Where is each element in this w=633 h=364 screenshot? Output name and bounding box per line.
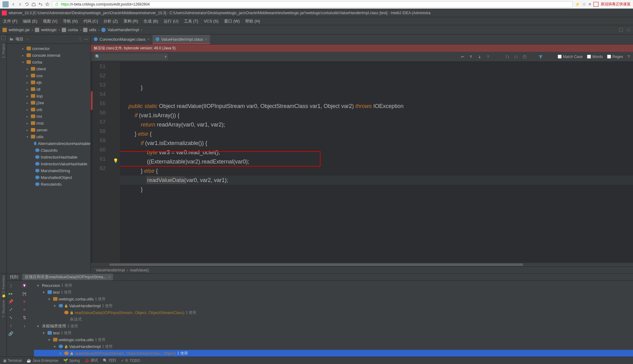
tree-row[interactable]: ▾corba bbox=[7, 59, 90, 65]
tree-row[interactable]: IndirectionValueHashtable bbox=[7, 160, 90, 167]
filter2-icon[interactable]: ▼ bbox=[22, 283, 27, 288]
editor-tab[interactable]: ConnectionManager.class× bbox=[91, 35, 153, 44]
menu-item[interactable]: 文件 (F) bbox=[3, 19, 17, 24]
chevron-down-icon[interactable] bbox=[25, 37, 30, 41]
structure-tool-label[interactable]: 7: Structure bbox=[2, 300, 5, 318]
collapse-icon[interactable]: ⤡ bbox=[8, 315, 14, 320]
editor-tab[interactable]: ValueHandlerImpl.class× bbox=[153, 35, 210, 44]
horizontal-scrollbar[interactable] bbox=[91, 263, 633, 267]
code-line[interactable]: } bbox=[120, 185, 633, 194]
star2-icon[interactable]: ☆ bbox=[582, 2, 586, 6]
tree-row[interactable]: ▸console.internal bbox=[7, 52, 90, 59]
code-line[interactable]: ((Externalizable)var2).readExternal(var0… bbox=[120, 157, 633, 166]
intention-bulb-icon[interactable]: 💡 bbox=[113, 158, 118, 163]
usage-row[interactable]: ▾未能编类使用 1 使用 bbox=[34, 323, 633, 329]
tree-row[interactable]: ▸server bbox=[7, 126, 90, 133]
newline-icon[interactable] bbox=[460, 55, 464, 59]
more-icon[interactable]: ⋮ bbox=[78, 37, 82, 41]
match-case-checkbox[interactable]: Match Case bbox=[558, 55, 583, 59]
preview-icon[interactable]: ≡ bbox=[22, 307, 27, 312]
usage-row[interactable]: 表达式 bbox=[34, 316, 633, 323]
usage-row[interactable]: ▾test 1 使用 bbox=[34, 289, 633, 296]
menu-item[interactable]: 代码 (C) bbox=[83, 19, 98, 24]
find-tab[interactable]: 在项目和库里readValueData(IIOPInputStrea... × bbox=[22, 274, 113, 280]
rerun-icon[interactable]: ▸▸ bbox=[8, 291, 14, 296]
filter-icon[interactable] bbox=[539, 55, 543, 59]
next-match-icon[interactable] bbox=[477, 55, 482, 59]
tree-row[interactable]: ▸rmi bbox=[7, 113, 90, 120]
code-line[interactable]: if (var1.isArray()) { bbox=[120, 111, 633, 120]
sort2-icon[interactable] bbox=[514, 55, 518, 59]
tree-row[interactable]: ▸connector bbox=[7, 45, 90, 52]
status-item[interactable]: 🌱 Spring bbox=[63, 358, 80, 363]
settings-icon[interactable]: ⋮ bbox=[8, 283, 14, 288]
usage-row[interactable]: ▾test 1 使用 bbox=[34, 329, 633, 336]
find-tree[interactable]: ▾Recursion 1 使用▾test 1 使用▾weblogic.corba… bbox=[34, 281, 633, 364]
code-line[interactable]: byte var3 = var0.read_octet(); bbox=[120, 148, 633, 157]
code-content[interactable]: } public static Object readValue(IIOPInp… bbox=[120, 62, 633, 263]
search-dropdown-icon[interactable]: ▾ bbox=[165, 54, 167, 59]
code-editor[interactable]: 515253545556575859606162 💡 } public stat… bbox=[91, 62, 633, 263]
settings-runner-icon[interactable] bbox=[626, 28, 631, 32]
tree-row[interactable]: ▾utils bbox=[7, 133, 90, 140]
hide-icon[interactable]: — bbox=[84, 37, 88, 41]
code-line[interactable]: return readArray(var0, var1, var2); bbox=[120, 120, 633, 129]
menu-item[interactable]: 分析 (Z) bbox=[103, 19, 118, 24]
close-tab-icon[interactable]: × bbox=[148, 37, 149, 41]
sort-icon[interactable] bbox=[505, 55, 509, 59]
close-tab-icon[interactable]: × bbox=[205, 37, 207, 41]
usage-row[interactable]: ▾🔒readValue(IIOPInputStream, ObjectStrea… bbox=[34, 350, 633, 357]
usage-row[interactable]: ▾🔒ValueHandlerImpl 1 使用 bbox=[34, 343, 633, 350]
menu-icon[interactable]: ≡ bbox=[589, 2, 591, 6]
menu-item[interactable]: 重构 (R) bbox=[124, 19, 138, 24]
code-line[interactable]: readValueData(var0, var2, var1); bbox=[120, 176, 633, 185]
undo-icon[interactable] bbox=[38, 2, 43, 6]
reload-icon[interactable] bbox=[25, 2, 29, 6]
code-line[interactable]: } else { bbox=[120, 166, 633, 176]
menu-item[interactable]: 窗口 (W) bbox=[224, 19, 240, 24]
tree-row[interactable]: MarshalledObject bbox=[7, 174, 90, 181]
usage-row[interactable]: ▾weblogic.corba.utils 1 使用 bbox=[34, 336, 633, 343]
tree-row[interactable]: RemoteInfo bbox=[7, 181, 90, 188]
menu-item[interactable]: 工具 (T) bbox=[184, 19, 198, 24]
tree-row[interactable]: ▸cos bbox=[7, 72, 90, 79]
tree-row[interactable]: MarshaledString bbox=[7, 167, 90, 174]
prev-icon[interactable]: ↑ bbox=[8, 323, 14, 328]
usage-row[interactable]: 🔒readValueData(IIOPInputStream, Object, … bbox=[34, 309, 633, 316]
regex-checkbox[interactable]: Regex bbox=[607, 55, 623, 59]
search-input[interactable] bbox=[94, 53, 168, 60]
code-line[interactable]: } else { bbox=[120, 129, 633, 139]
status-item[interactable]: ✓ 6: TODO bbox=[121, 358, 140, 363]
back-icon[interactable] bbox=[11, 2, 15, 6]
diff-icon[interactable]: ≡ bbox=[22, 299, 27, 304]
tree-row[interactable]: IndirectionHashtable bbox=[7, 154, 90, 160]
tree-row[interactable]: ▸client bbox=[7, 65, 90, 72]
tree-row[interactable]: ▸ejb bbox=[7, 79, 90, 86]
project-tree[interactable]: ▸connector▸console.internal▾corba▸client… bbox=[7, 44, 90, 273]
forward-icon[interactable] bbox=[18, 2, 22, 6]
status-item[interactable]: ☕ Java Enterprise bbox=[27, 358, 58, 363]
usage-row[interactable]: ▾🔒ValueHandlerImpl 1 使用 bbox=[34, 302, 633, 309]
words-checkbox[interactable]: Words bbox=[587, 55, 603, 59]
url-bar[interactable]: https://i-beta.cnblogs.com/posts/edit;po… bbox=[52, 1, 572, 7]
usage-row[interactable]: ▾weblogic.corba.utils 1 使用 bbox=[34, 296, 633, 302]
project-tool-icon[interactable] bbox=[1, 36, 6, 40]
menu-item[interactable]: 生成 (B) bbox=[144, 19, 158, 24]
tree-row[interactable]: ▸j2ee bbox=[7, 99, 90, 106]
link-icon[interactable]: 🔗 bbox=[8, 331, 14, 336]
usage-row[interactable]: ▾Recursion 1 使用 bbox=[34, 282, 633, 289]
star-icon[interactable] bbox=[45, 2, 49, 6]
menu-item[interactable]: 编辑 (E) bbox=[23, 19, 37, 24]
breadcrumb-item[interactable]: ValueHandlerImpl bbox=[107, 27, 139, 32]
group-icon[interactable]: [•] bbox=[22, 291, 27, 296]
breadcrumb-item[interactable]: weblogic.jar bbox=[9, 27, 30, 32]
tree-row[interactable]: ClassInfo bbox=[7, 147, 90, 154]
tree-row[interactable]: ▸rmic bbox=[7, 120, 90, 126]
code-line[interactable]: public static Object readValue(IIOPInput… bbox=[120, 101, 633, 111]
status-item[interactable]: 🐞 调试 bbox=[85, 358, 98, 363]
breadcrumb-item[interactable]: corba bbox=[68, 27, 78, 32]
pin2-icon[interactable]: 📌 bbox=[8, 299, 14, 304]
menu-item[interactable]: 导航 (N) bbox=[63, 19, 78, 24]
extension-icon[interactable] bbox=[593, 2, 598, 7]
menu-item[interactable]: 视图 (V) bbox=[43, 19, 57, 24]
